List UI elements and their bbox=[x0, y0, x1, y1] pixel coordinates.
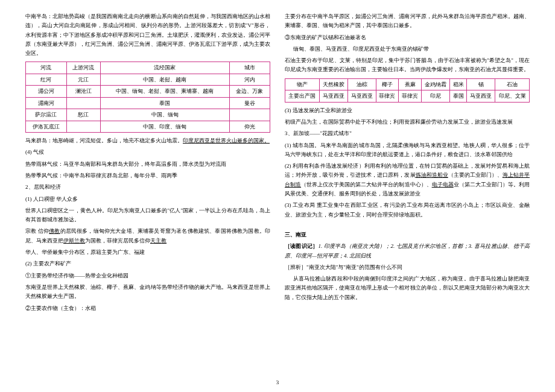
cell: 马亚西亚 bbox=[319, 90, 347, 102]
paragraph: 东南亚是世界上天然橡胶、油棕、椰子、蕉麻、金鸡纳等热带经济作物的最大产地。马来西… bbox=[25, 283, 270, 302]
paragraph: ①主要热带经济作物——热带企业化种植园 bbox=[25, 271, 270, 280]
th: 金鸡纳霜 bbox=[422, 78, 450, 90]
th: 石油 bbox=[495, 78, 530, 90]
product-table: 物产 天然橡胶 油棕 椰子 蕉麻 金鸡纳霜 稻米 锡 石油 主要出产国 马亚西亚… bbox=[285, 78, 530, 103]
paragraph: 石油主要分布于印尼、文莱，特别是印尼，集中于苏门答腊岛，由于石油丰富被称为"希望… bbox=[285, 56, 530, 75]
cell: 主要出产国 bbox=[285, 90, 320, 102]
cell: 马亚西亚 bbox=[347, 90, 376, 102]
th: 流经国家 bbox=[100, 62, 229, 74]
paragraph: 主要分布在中南半岛平原区，如湄公河三角洲、湄南河平原，此外马来群岛沿海平原也产稻… bbox=[285, 12, 530, 31]
paragraph: 从喜马拉雅山脉西段和中段的南侧到印度洋之间的广大地区，称为南亚。由于喜马拉雅山脉… bbox=[285, 274, 530, 302]
left-column: 中南半岛：北部地势高峻（是我国西南南北走向的横断山系向南的自然延伸，与我国西南地… bbox=[18, 12, 278, 386]
cell: 中国、印度、缅甸 bbox=[100, 121, 229, 132]
page-number: 3 bbox=[276, 378, 279, 387]
cell: 印尼 bbox=[422, 90, 450, 102]
analysis-note: ［辨析］"南亚次大陆"与"南亚"的范围有什么不同 bbox=[285, 263, 530, 272]
heading-minor: (1) 人口稠密 华人众多 bbox=[25, 195, 270, 204]
memory-note: ［读图识记］1. 印度半岛（南亚次大陆）；2. 七国及克什米尔地区，首都；3. … bbox=[285, 242, 530, 261]
cell: 怒江 bbox=[66, 109, 100, 121]
underline-text: 佛教 bbox=[49, 228, 60, 234]
paragraph: ③东南亚的矿产以锡和石油最著名 bbox=[285, 33, 530, 42]
heading-minor: (3) 迅速发展的工业和旅游业 bbox=[285, 106, 530, 115]
heading-minor: (2) 主要农产和矿产 bbox=[25, 259, 270, 268]
cell: 菲律宾 bbox=[376, 90, 399, 102]
cell bbox=[229, 109, 270, 121]
th: 锡 bbox=[467, 78, 495, 90]
cell: 菲律宾 bbox=[399, 90, 422, 102]
cell: 元江 bbox=[66, 74, 100, 85]
paragraph: 初级产品为主，在国际贸易中处于不利地位；利用资源和廉价劳动力发展工业，旅游业迅速… bbox=[285, 118, 530, 127]
th: 物产 bbox=[285, 78, 320, 90]
paragraph: ②主要农作物（主食）：水稻 bbox=[25, 304, 270, 313]
section-heading: 三、南亚 bbox=[285, 230, 530, 239]
th: 蕉麻 bbox=[399, 78, 422, 90]
th: 椰子 bbox=[376, 78, 399, 90]
cell: 红河 bbox=[26, 74, 67, 85]
cell: 澜沧江 bbox=[66, 86, 100, 97]
paragraph: 热带雨林气候：马亚半岛南部和马来群岛大部分，终年高温多雨，降水类型为对流雨 bbox=[25, 160, 270, 169]
cell: 仰光 bbox=[229, 121, 270, 132]
cell: 泰国 bbox=[450, 90, 467, 102]
cell bbox=[66, 97, 100, 109]
cell: 曼谷 bbox=[229, 97, 270, 109]
paragraph: (2) 利用有利条件迅速发展经济）利用有利的地理位置，在转口贸易的基础上，发展对… bbox=[285, 162, 530, 198]
cell: 中国、缅甸、老挝、泰国、柬埔寨、越南 bbox=[100, 86, 229, 97]
paragraph: (1) 城市岛国。马来半岛南面的城市岛国，北隔柔佛海峡与马来西亚相望。地狭人稠，… bbox=[285, 141, 530, 160]
cell: 印尼、文莱 bbox=[495, 90, 530, 102]
th: 稻米 bbox=[450, 78, 467, 90]
heading-minor: 2、居民和经济 bbox=[25, 183, 270, 192]
underline-text: 天主教 bbox=[150, 238, 166, 244]
cell: 中国、缅甸 bbox=[100, 109, 229, 121]
paragraph: 世界人口稠密区之一，黄色人种。印尼为东南亚人口最多的"亿人"国家，一半以上分布在… bbox=[25, 206, 270, 225]
cell: 马亚西亚 bbox=[467, 90, 495, 102]
th: 油棕 bbox=[347, 78, 376, 90]
river-table: 河流 上游河流 流经国家 城市 红河元江中国、老挝、越南河内 湄公河澜沧江中国、… bbox=[25, 62, 270, 133]
th: 城市 bbox=[229, 62, 270, 74]
cell: 伊洛瓦底江 bbox=[26, 121, 67, 132]
right-column: 主要分布在中南半岛平原区，如湄公河三角洲、湄南河平原，此外马来群岛沿海平原也产稻… bbox=[278, 12, 537, 386]
paragraph: 缅甸、泰国、马亚西亚、印度尼西亚处于东南亚的锡矿带 bbox=[285, 45, 530, 54]
cell: 湄公河 bbox=[26, 86, 67, 97]
th: 天然橡胶 bbox=[319, 78, 347, 90]
cell: 中国、老挝、越南 bbox=[100, 74, 229, 85]
underline-text: 印度尼西亚是世界火山最多的国家。 bbox=[183, 138, 270, 144]
cell: 河内 bbox=[229, 74, 270, 85]
underline-text: 炼油和造船业 bbox=[416, 172, 448, 178]
paragraph: 宗教 信仰佛教的居民很多，缅甸仰光大金塔、柬埔寨吴哥窟为著名佛教建筑、泰国将佛教… bbox=[25, 227, 270, 245]
underline-text: 电子电器 bbox=[432, 182, 454, 188]
th: 河流 bbox=[26, 62, 67, 74]
paragraph: 中南半岛：北部地势高峻（是我国西南南北走向的横断山系向南的自然延伸，与我国西南地… bbox=[25, 12, 270, 58]
cell bbox=[66, 121, 100, 132]
underline-text: 伊斯兰教 bbox=[63, 238, 85, 244]
heading-minor: 3、新加坡——"花园式城市" bbox=[285, 129, 530, 138]
cell: 湄南河 bbox=[26, 97, 67, 109]
th: 上游河流 bbox=[66, 62, 100, 74]
paragraph: 马来群岛：地形崎岖，河流短促。多山，地壳不稳定多火山地震。印度尼西亚是世界火山最… bbox=[25, 136, 270, 145]
paragraph: 热带季风气候：中南半岛和菲律宾群岛北部，每年分旱、雨两季 bbox=[25, 171, 270, 180]
cell: 泰国 bbox=[100, 97, 229, 109]
heading-minor: (4) 气候 bbox=[25, 148, 270, 157]
paragraph: (3) 工业布局 重工业集中在西部工业区，有污染的工业布局在远离市区的小岛上；市… bbox=[285, 201, 530, 220]
paragraph: 华人、华侨最集中分布区，原籍主要为广东、福建 bbox=[25, 248, 270, 257]
cell: 金边、万象 bbox=[229, 86, 270, 97]
cell: 萨尔温江 bbox=[26, 109, 67, 121]
